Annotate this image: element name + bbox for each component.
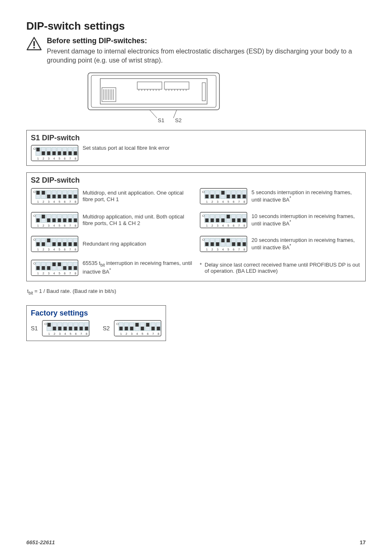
svg-text:2: 2: [42, 157, 44, 160]
dip-s2-g: ON12345678: [200, 236, 247, 252]
svg-rect-185: [63, 242, 67, 246]
svg-text:8: 8: [74, 248, 76, 251]
svg-text:2: 2: [42, 272, 44, 275]
svg-rect-165: [243, 218, 246, 222]
svg-rect-159: [232, 218, 235, 222]
warning-body: Prevent damage to internal electronics f…: [47, 47, 366, 65]
svg-rect-202: [216, 242, 219, 246]
svg-rect-173: [42, 242, 45, 246]
s2-desc-b: Multidrop application, mid unit. Both op…: [83, 214, 192, 227]
svg-rect-32: [202, 83, 205, 101]
svg-rect-222: [37, 266, 40, 270]
dip-s1: ON12345678: [31, 145, 78, 161]
svg-text:3: 3: [59, 332, 61, 336]
svg-text:8: 8: [243, 248, 245, 251]
svg-rect-243: [74, 266, 77, 270]
s1-title: S1 DIP-switch: [31, 134, 361, 142]
svg-rect-231: [53, 262, 56, 266]
svg-line-34: [173, 110, 177, 118]
svg-rect-260: [69, 327, 72, 330]
svg-text:8: 8: [74, 272, 76, 275]
svg-rect-280: [130, 327, 134, 330]
svg-rect-211: [232, 242, 235, 246]
footer-page: 17: [360, 539, 366, 545]
svg-rect-144: [205, 218, 209, 222]
svg-text:7: 7: [238, 248, 240, 251]
svg-text:6: 6: [64, 157, 65, 160]
svg-rect-61: [74, 151, 77, 155]
svg-text:3: 3: [48, 248, 49, 251]
svg-rect-205: [221, 239, 225, 242]
svg-text:5: 5: [58, 224, 60, 227]
svg-rect-107: [232, 195, 235, 198]
svg-text:5: 5: [227, 200, 229, 204]
svg-text:7: 7: [69, 157, 71, 160]
svg-text:7: 7: [81, 332, 82, 336]
svg-text:1: 1: [120, 332, 122, 336]
factory-title: Factory settings: [31, 309, 161, 318]
factory-panel: Factory settings S1 ON12345678 S2 ON1234…: [26, 305, 166, 341]
svg-rect-139: [74, 218, 77, 222]
svg-text:1: 1: [37, 224, 39, 227]
s2-desc-a: Multidrop, end unit application. One opt…: [83, 190, 192, 203]
svg-text:6: 6: [75, 332, 77, 336]
dip-factory-s1: ON12345678: [42, 320, 90, 337]
s2-desc-f: 10 seconds interruption in receiving fra…: [251, 213, 361, 227]
svg-text:5: 5: [58, 248, 60, 251]
svg-text:4: 4: [65, 332, 66, 336]
svg-rect-277: [125, 327, 128, 330]
svg-rect-81: [63, 195, 67, 198]
svg-text:1: 1: [206, 200, 208, 204]
s2-desc-d: 65535 tbit interruption in receiving fra…: [83, 260, 192, 276]
dip-s2-d: ON12345678: [31, 260, 78, 276]
svg-text:4: 4: [53, 224, 55, 227]
svg-text:5: 5: [227, 248, 229, 251]
svg-text:5: 5: [58, 200, 60, 204]
svg-text:6: 6: [233, 224, 234, 227]
svg-rect-162: [238, 218, 241, 222]
s1-panel: S1 DIP-switch ON12345678 Set status port…: [26, 130, 366, 166]
svg-rect-263: [74, 327, 78, 330]
svg-rect-75: [53, 195, 56, 198]
svg-rect-234: [58, 262, 61, 266]
svg-rect-118: [37, 218, 40, 222]
svg-text:3: 3: [131, 332, 132, 336]
svg-text:2: 2: [211, 248, 213, 251]
svg-text:3: 3: [48, 200, 49, 204]
svg-text:4: 4: [53, 200, 55, 204]
warning-heading: Before setting DIP-switches:: [47, 37, 366, 45]
page-footer: 6651-22611 17: [26, 539, 366, 545]
svg-text:7: 7: [238, 224, 240, 227]
svg-rect-127: [53, 218, 56, 222]
svg-rect-217: [243, 242, 246, 246]
svg-text:6: 6: [147, 332, 148, 336]
svg-text:8: 8: [243, 224, 245, 227]
svg-text:1: 1: [48, 332, 50, 336]
svg-rect-98: [216, 195, 219, 198]
svg-rect-225: [42, 266, 45, 270]
s2-desc-c: Redundant ring application: [83, 241, 146, 247]
svg-rect-101: [221, 191, 225, 195]
svg-rect-292: [152, 327, 155, 330]
svg-rect-269: [85, 327, 88, 330]
svg-text:2: 2: [42, 224, 44, 227]
dip-factory-s2: ON12345678: [114, 320, 161, 337]
svg-text:3: 3: [217, 224, 218, 227]
svg-line-33: [150, 110, 157, 118]
svg-text:8: 8: [157, 332, 159, 336]
svg-rect-179: [53, 242, 56, 246]
svg-rect-52: [58, 151, 61, 155]
svg-text:8: 8: [243, 200, 245, 204]
svg-rect-110: [238, 195, 241, 198]
svg-rect-15: [164, 82, 189, 89]
svg-rect-240: [69, 266, 72, 270]
svg-rect-1: [33, 41, 35, 46]
svg-text:4: 4: [222, 248, 224, 251]
s2-desc-e: 5 seconds interruption in receiving fram…: [251, 189, 361, 204]
svg-text:6: 6: [64, 272, 65, 275]
svg-text:6: 6: [64, 248, 65, 251]
warning-icon: [26, 37, 42, 52]
svg-rect-191: [74, 242, 77, 246]
svg-text:7: 7: [69, 248, 71, 251]
dip-s2-a: ON12345678: [31, 188, 78, 204]
